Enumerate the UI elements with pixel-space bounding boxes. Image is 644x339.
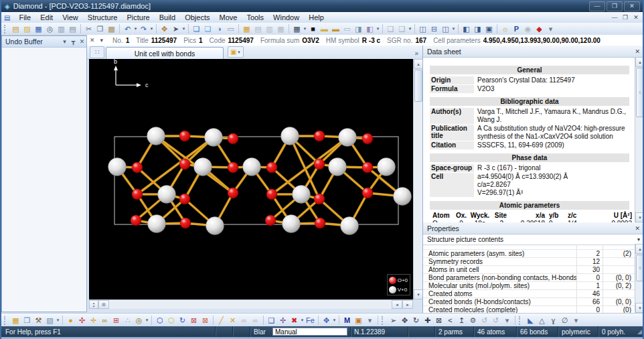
menu-item-view[interactable]: View (58, 13, 83, 22)
scroll-down-icon[interactable]: ▾ (414, 289, 423, 299)
mdi-restore-button[interactable]: ❐ (620, 14, 631, 21)
track-pointer-icon[interactable]: ➢ (388, 315, 399, 326)
menu-item-tools[interactable]: Tools (242, 13, 268, 22)
measure-m-icon[interactable]: M (341, 315, 353, 326)
toolbar-options-icon[interactable]: ▾ (545, 23, 556, 34)
undo-buffer-header[interactable]: Undo Buffer ▾ ┳ ✕ (2, 36, 86, 48)
toolbar-grip[interactable] (4, 316, 7, 325)
add-atom-icon[interactable]: ● (65, 315, 76, 326)
lattice-cross-icon[interactable]: ⊠ (188, 315, 199, 326)
menu-item-help[interactable]: Help (304, 13, 329, 22)
video-2-dropdown-icon[interactable]: ▾ (408, 26, 412, 31)
tab-overflow-icon[interactable]: » (414, 50, 418, 57)
picture-window-2-icon[interactable]: ❏ (202, 23, 214, 34)
canvas-vertical-scrollbar[interactable]: ▴ ▾ (413, 59, 423, 299)
picture-special-icon[interactable]: ◧ (364, 23, 376, 34)
render-black-icon[interactable]: ■ (307, 23, 319, 34)
chart-3-icon[interactable]: ▣ (483, 23, 495, 34)
properties-p-icon[interactable]: P (511, 23, 522, 34)
tab-unit-cell-with-bonds[interactable]: Unit cell with bonds (106, 47, 224, 59)
save-icon[interactable]: ▦ (33, 23, 44, 34)
pan-icon[interactable]: ✥ (159, 23, 170, 34)
vertical-scroll-track[interactable] (414, 103, 423, 289)
new-picture-button[interactable]: ▣ ▾ (228, 46, 244, 58)
print-icon[interactable]: ▤ (67, 23, 78, 34)
table-disabled-3-icon[interactable]: ▦ (275, 23, 287, 34)
horizontal-scroll-track[interactable] (109, 300, 392, 309)
select-dropdown-icon[interactable]: ▾ (181, 26, 186, 31)
atom-table-icon[interactable]: ▦ (10, 315, 21, 326)
record-icon[interactable]: ◆ (534, 23, 545, 34)
track-disabled-1-icon[interactable]: ↺ (479, 315, 490, 326)
minimize-button[interactable]: — (589, 1, 605, 11)
new-document-icon[interactable]: ▤ (10, 23, 21, 34)
track-rotate-icon[interactable]: ↻ (410, 315, 422, 326)
hexagon-filled-icon[interactable]: ⬡ (165, 315, 177, 326)
fe-bonds-icon[interactable]: Fe (305, 315, 316, 326)
scroll-left-icon[interactable]: ◂ (392, 300, 402, 309)
paste-special-icon[interactable]: ◉ (522, 23, 534, 34)
table-disabled-2-icon[interactable]: ▥ (264, 23, 275, 34)
chart-2-icon[interactable]: ◨ (472, 23, 483, 34)
window-titlebar[interactable]: ◈ Diamond - [PCD-V2O3-1125497.diamdoc] —… (0, 0, 644, 12)
new-picture-dropdown-icon[interactable]: ▾ (236, 50, 241, 55)
video-2-icon[interactable]: ❑ (396, 23, 408, 34)
menu-item-edit[interactable]: Edit (35, 13, 58, 22)
build-wizard-icon[interactable]: ⚒ (33, 315, 44, 326)
properties-filter-combobox[interactable]: Structure picture contents ▾ (423, 234, 644, 245)
redo-dropdown-icon[interactable]: ▾ (149, 26, 154, 31)
chevron-down-icon[interactable]: ▾ (637, 236, 640, 243)
measure-angle-icon[interactable]: △ (536, 315, 548, 326)
measure-histogram-icon[interactable]: ◣ (525, 315, 536, 326)
layout-3-dropdown-icon[interactable]: ▾ (451, 26, 456, 31)
chart-1-icon[interactable]: ◧ (461, 23, 472, 34)
menu-item-objects[interactable]: Objects (180, 13, 214, 22)
track-disabled-2-icon[interactable]: ↺ (490, 315, 501, 326)
delete-red-icon[interactable]: ✖ (289, 315, 300, 326)
packing-dropdown-icon[interactable]: ▾ (332, 318, 337, 323)
table-disabled-1-icon[interactable]: ▤ (252, 23, 264, 34)
packing-icon[interactable]: ✥ (321, 315, 332, 326)
track-options-icon[interactable]: ▾ (501, 315, 513, 326)
lattice-x2-icon[interactable]: ⊠ (199, 315, 211, 326)
coordination-dropdown-icon[interactable]: ▾ (145, 318, 149, 323)
build-options-icon[interactable]: ▾ (364, 315, 376, 326)
mdi-close-button[interactable]: ✕ (631, 14, 641, 21)
hexagon-outline-icon[interactable]: ⬡ (154, 315, 165, 326)
coordination-icon[interactable]: ◎ (133, 315, 145, 326)
property-row-symmetry-records[interactable]: Symmetry records12 (423, 258, 635, 266)
infobar-close-icon[interactable]: ✕ (87, 37, 98, 44)
undo-panel-close-icon[interactable]: ✕ (78, 38, 86, 45)
menu-item-file[interactable]: File (14, 13, 35, 22)
track-spin-icon[interactable]: ⚙ (467, 315, 479, 326)
measure-options-icon[interactable]: ▾ (570, 315, 582, 326)
menu-item-picture[interactable]: Picture (122, 13, 154, 22)
table-view-icon[interactable]: ▦ (241, 23, 252, 34)
picture-special-dropdown-icon[interactable]: ▾ (376, 26, 380, 31)
picture-wizard-icon[interactable]: ▧ (44, 315, 56, 326)
cluster-icon[interactable]: ∴ (122, 315, 133, 326)
cut-icon[interactable]: ✂ (83, 23, 94, 34)
track-shear-icon[interactable]: < (445, 315, 456, 326)
layout-1-icon[interactable]: ◫ (417, 23, 428, 34)
tab-list-icon[interactable]: ∷ (90, 46, 104, 58)
property-row-created-atoms[interactable]: Created atoms46 (423, 290, 635, 298)
track-move-icon[interactable]: ✥ (399, 315, 410, 326)
tips-icon[interactable]: ☼ (499, 23, 511, 34)
create-lattice-icon[interactable]: ⊞ (110, 315, 122, 326)
toolbar-grip[interactable] (519, 316, 522, 325)
property-row-bond-parameters-non-bonding-contacts-h-bonds[interactable]: Bond parameters (non-bonding contacts, H… (423, 274, 635, 282)
polyhedra-cube-icon[interactable]: ❑ (266, 315, 277, 326)
redo-icon[interactable]: ↷ (138, 23, 149, 34)
undo-panel-pin-icon[interactable]: ┳ (69, 38, 78, 45)
video-1-icon[interactable]: ❑ (385, 23, 396, 34)
paste-icon[interactable]: ▩ (106, 23, 117, 34)
copy-icon[interactable]: ❐ (94, 23, 106, 34)
connectivity-icon[interactable]: ∞ (99, 315, 110, 326)
menu-item-build[interactable]: Build (155, 13, 180, 22)
picture-folder-icon[interactable]: ▬ (330, 23, 341, 34)
canvas-horizontal-scrollbar[interactable]: ▴▾ ⊞ ◂ ▸ (89, 299, 413, 309)
track-zoom-icon[interactable]: ⊠ (433, 315, 445, 326)
picture-rotate-icon[interactable]: ◑ (214, 23, 225, 34)
canvas-grid-icon[interactable]: ⊞ (98, 300, 109, 309)
